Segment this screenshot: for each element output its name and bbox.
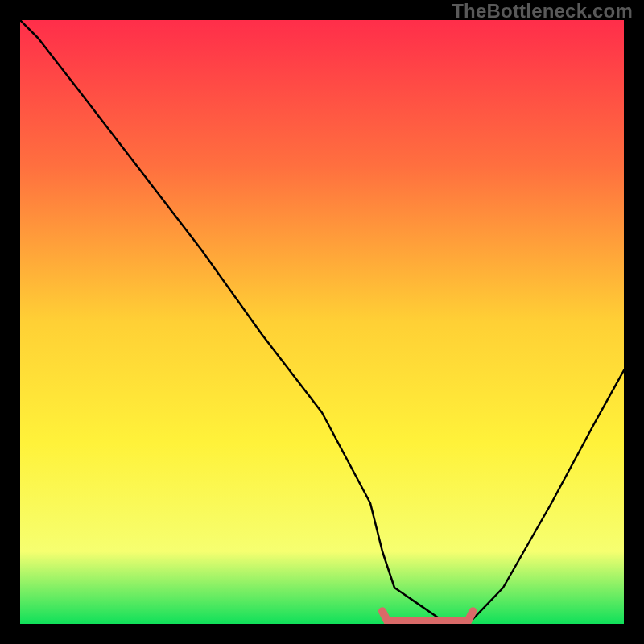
watermark-text: TheBottleneck.com [452, 0, 633, 23]
outer-frame: TheBottleneck.com [0, 0, 644, 644]
chart-svg [20, 20, 624, 624]
plot-area [20, 20, 624, 624]
